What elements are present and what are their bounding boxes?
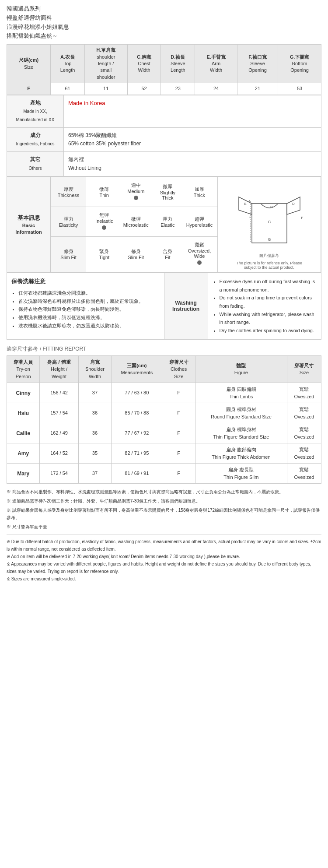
size-header-top: A.衣長TopLength <box>51 45 85 83</box>
washing-left: 保養洗滌注意 任何衣物都建議深淺色分開洗滌。首次洗滌時深色布料易釋於出多餘固色劑… <box>7 273 164 339</box>
fit-tight: 緊身Tight <box>88 246 120 262</box>
footer-note-en: ※ Sizes are measured single-sided. <box>7 575 321 583</box>
fitting-table-body: Cinny156 / 423777 / 63 / 80F扁身 四肢偏細Thin … <box>7 383 321 484</box>
info-table: 產地Made in XX, Manufactured in XXMade in … <box>7 95 321 176</box>
fitting-shoulder: 37 <box>78 383 111 403</box>
fitting-wearing-size: 寬鬆Ovesized <box>287 443 321 464</box>
svg-text:E: E <box>244 202 246 206</box>
svg-text:F: F <box>301 216 303 220</box>
fitting-figure: 扁身 腹部偏肉Thin Figure Thick Abdomen <box>195 443 287 464</box>
diagram-note2: The picture is for refence only. Pleases… <box>220 261 318 270</box>
attributes-table: 厚度Thickness 微薄Thin 適中Medium 微厚SlightlyTh… <box>51 177 321 272</box>
fitting-shoulder: 36 <box>78 423 111 443</box>
fitting-figure: 扁身 瘦長型Thin Figure Slim <box>195 464 287 484</box>
fitting-height-weight: 162 / 49 <box>40 423 78 443</box>
thickness-medium: 適中Medium <box>120 180 152 204</box>
fitting-measurements: 77 / 67 / 92 <box>112 423 162 443</box>
size-cell-bottom: 53 <box>278 83 321 95</box>
svg-text:A: A <box>248 199 251 203</box>
fitting-height-weight: 157 / 54 <box>40 403 78 423</box>
fitting-wearing-size: 寬鬆Ovesized <box>287 403 321 423</box>
fitting-measurements: 82 / 71 / 95 <box>112 443 162 464</box>
elasticity-inelastic: 無彈Inelastic <box>88 210 120 233</box>
elasticity-options: 無彈Inelastic 微彈Microelastic 彈力Elastic 超彈H… <box>86 207 218 236</box>
fitting-measurements: 77 / 63 / 80 <box>112 383 162 403</box>
washing-right-item: While washing with refrigerator, please … <box>220 310 317 327</box>
washing-left-item: 使用洗衣機洗滌時，請以低速短程洗滌。 <box>18 313 160 322</box>
svg-text:F: F <box>248 216 251 220</box>
info-label: 成分Ingredients, Fabrics <box>7 128 64 152</box>
fitting-wearing-size: 寬鬆Ovesized <box>287 423 321 443</box>
size-header-sleeve: D.袖長SleeveLength <box>161 45 195 83</box>
fitting-wearing-size: 寬鬆Ovesized <box>287 383 321 403</box>
fitting-person-name: Hsiu <box>7 403 40 423</box>
basic-info-title: 基本訊息 BasicInformation <box>7 176 51 272</box>
fitting-wearing-size: 寬鬆Ovesized <box>287 464 321 484</box>
fit-options: 緊身Tight 修身Slim Fit 合身Fit 寬鬆Oversized,Wid… <box>86 237 218 272</box>
header-line3: 浪漫碎花增添小姐姐氣息 <box>7 23 321 32</box>
fitting-row: Callie162 / 493677 / 67 / 92F扁身 標準身材Thin… <box>7 423 321 443</box>
fitting-shoulder: 35 <box>78 443 111 464</box>
size-cell-arm: 24 <box>195 83 237 95</box>
washing-left-item: 任何衣物都建議深淺色分開洗滌。 <box>18 289 160 297</box>
header-line2: 輕盈舒適營紡面料 <box>7 14 321 23</box>
fitting-person-name: Mary <box>7 464 40 484</box>
fitting-height-weight: 172 / 54 <box>40 464 78 484</box>
thickness-thick: 加厚Thick <box>184 184 216 200</box>
basic-info-section: 基本訊息 BasicInformation 厚度Thickness 微薄Thin… <box>7 176 321 273</box>
elasticity-elastic: 彈力Elastic <box>152 214 184 229</box>
svg-text:H: H <box>270 205 273 209</box>
svg-text:D: D <box>292 202 295 206</box>
fit-oversized: 寬鬆Oversized,Wide <box>184 240 216 268</box>
fit-slim: 修身Slim Fit <box>120 246 152 262</box>
info-row: 成分Ingredients, Fabrics65%棉 35%聚酯纖維65% co… <box>7 128 321 152</box>
footer-notes-zh: ※ 商品會因不同批製作、布料彈性、水洗處理或測量點等因素，使顏色尺寸與實際商品略… <box>7 488 321 531</box>
washing-right-list: Excessive dyes run off during first wash… <box>213 278 317 335</box>
fitting-header-person: 穿著人員Try-onPerson <box>7 355 40 383</box>
size-header-arm: E.手臂寬ArmWidth <box>195 45 237 83</box>
fit-regular: 合身Fit <box>152 246 184 262</box>
elasticity-micro: 微彈Microelastic <box>120 214 152 229</box>
header-line4: 搭配裙裝仙氣盎然～ <box>7 32 321 41</box>
fitting-person-name: Cinny <box>7 383 40 403</box>
thickness-options: 微薄Thin 適中Medium 微厚SlightlyThick 加厚Thick <box>86 177 218 207</box>
info-row: 其它Others無內裡Without Lining <box>7 152 321 176</box>
washing-right-item: Dry the clothes after spinning to avoid … <box>220 327 317 335</box>
footer-note-zh: ※ 商品會因不同批製作、布料彈性、水洗處理或測量點等因素，使顏色尺寸與實際商品略… <box>7 488 321 495</box>
fitting-person-name: Amy <box>7 443 40 464</box>
header-section: 韓國選品系列 輕盈舒適營紡面料 浪漫碎花增添小姐姐氣息 搭配裙裝仙氣盎然～ <box>7 4 321 41</box>
info-label: 產地Made in XX, Manufactured in XX <box>7 95 64 128</box>
thickness-slightly-thick: 微厚SlightlyThick <box>152 182 184 202</box>
washing-left-list: 任何衣物都建議深淺色分開洗滌。首次洗滌時深色布料易釋於出多餘固色劑，屬於正常現象… <box>11 289 160 330</box>
svg-marker-2 <box>287 197 300 214</box>
washing-left-item: 首次洗滌時深色布料易釋於出多餘固色劑，屬於正常現象。 <box>18 297 160 306</box>
size-cell-chest: 52 <box>127 83 161 95</box>
fitting-figure: 扁身 標準身材Thin Figure Standard Size <box>195 423 287 443</box>
size-table: 尺碼(cm)Size A.衣長TopLength H.單肩寬shoulderle… <box>7 44 321 95</box>
washing-right-item: Excessive dyes run off during first wash… <box>220 278 317 294</box>
washing-right-content: Excessive dyes run off during first wash… <box>208 273 321 339</box>
washing-right-label: Washing Instruction <box>164 273 208 339</box>
footer-note-zh: ※ 尺寸皆為單面平量 <box>7 523 321 531</box>
size-header-shoulder: H.單肩寬shoulderlength /smallshoulder <box>85 45 128 83</box>
svg-text:C: C <box>268 220 271 224</box>
fitting-measurements: 85 / 70 / 88 <box>112 403 162 423</box>
fitting-person-name: Callie <box>7 423 40 443</box>
fitting-row: Cinny156 / 423777 / 63 / 80F扁身 四肢偏細Thin … <box>7 383 321 403</box>
fitting-clothes-size: F <box>162 464 195 484</box>
footer-notes-en: ※ Due to different batch of production, … <box>7 538 321 583</box>
fitting-measurements: 81 / 69 / 91 <box>112 464 162 484</box>
fitting-row: Hsiu157 / 543685 / 70 / 88F圓身 標準身材Round … <box>7 403 321 423</box>
footer-note-zh: ※ 試穿結果會因每人感受及身材比例穿著甜點而有所不同，身高健重不表示購買的尺寸，… <box>7 506 321 521</box>
fitting-clothes-size: F <box>162 403 195 423</box>
footer-note-en: ※ Appearances may be varied with differe… <box>7 560 321 575</box>
fitting-header-wearing-size: 穿著尺寸Size <box>287 355 321 383</box>
fitting-header-clothes-size: 穿著尺寸ClothesSize <box>162 355 195 383</box>
size-row: F61115223242153 <box>7 83 321 95</box>
washing-left-item: 洗衣機脫水後請立即晾衣，勿放置過久以防移染。 <box>18 322 160 330</box>
info-value: 65%棉 35%聚酯纖維65% cotton 35% polyester fib… <box>64 128 321 152</box>
fit-label: 修身Slim Fit <box>51 237 86 272</box>
fitting-header-height: 身高 / 體重Height /Weight <box>40 355 78 383</box>
fitting-header-measurements: 三圍(cm)Measurements <box>112 355 162 383</box>
garment-diagram: C G E D H F F A 圖片僅參考 <box>218 177 321 272</box>
